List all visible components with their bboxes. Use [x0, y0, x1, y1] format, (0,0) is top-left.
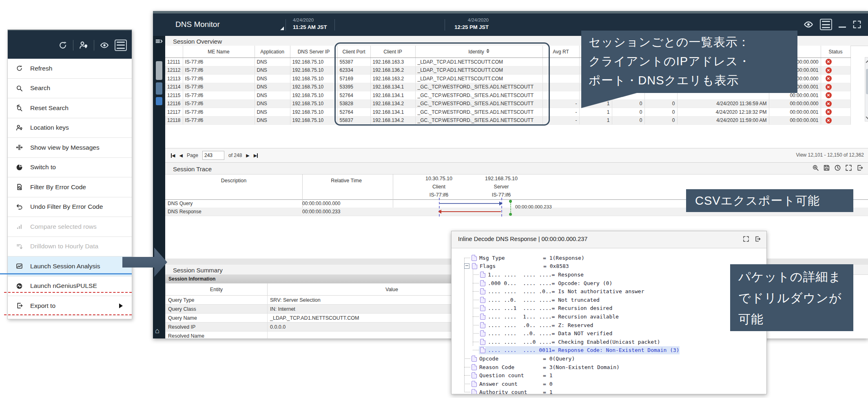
menu-item-show-view-by-messages[interactable]: Show view by Messages	[8, 138, 132, 158]
table-row[interactable]: 12117IS-77:if6DNS192.168.75.1052764192.1…	[165, 108, 850, 117]
sidebar-expand-icon[interactable]	[155, 38, 163, 46]
column-header-ME Name[interactable]: ME Name	[183, 46, 255, 58]
scroll-down-icon[interactable]	[866, 114, 868, 121]
export-icon[interactable]	[754, 236, 761, 242]
menu-icon[interactable]	[115, 40, 127, 51]
decode-row[interactable]: .... .... .... 0011= Response Code: Non-…	[452, 346, 766, 355]
sort-icon[interactable]	[486, 49, 489, 53]
menu-item-search[interactable]: Search	[8, 79, 132, 99]
table-row[interactable]: 12118IS-77:if6DNS192.168.75.1055837192.1…	[165, 116, 850, 125]
cell: 192.168.75.10	[290, 66, 337, 75]
menu-item-undo-filter-by-error-code[interactable]: Undo Filter By Error Code	[8, 197, 132, 217]
decode-row[interactable]: .... .... ...0 ....= Checking Enabled(Un…	[452, 338, 766, 346]
decode-label: Flags	[480, 263, 543, 269]
decode-row[interactable]: Reason Code= 3(Non-Existent Domain)	[452, 363, 766, 371]
trace-toolbar	[812, 164, 863, 171]
eye-icon[interactable]	[100, 41, 109, 50]
eye-icon[interactable]	[804, 20, 813, 29]
cell	[542, 66, 579, 75]
field-icon	[480, 288, 485, 294]
column-header-Application[interactable]: Application	[255, 46, 290, 58]
rail-scroll-segment[interactable]	[156, 61, 162, 80]
decode-row[interactable]: Opcode= 0(Query)	[452, 354, 766, 363]
col-entity[interactable]: Entity	[166, 283, 268, 296]
save-icon[interactable]	[823, 164, 830, 171]
column-header-DNS Server IP[interactable]: DNS Server IP	[290, 46, 337, 58]
decode-row[interactable]: Answer count= 0	[452, 380, 766, 388]
decode-row[interactable]: .... .... .0.. ....= Z: Reserved	[452, 321, 766, 329]
table-scrollbar[interactable]	[865, 57, 868, 122]
menu-item-filter-by-error-code[interactable]: Filter By Error Code	[8, 177, 132, 197]
export-icon[interactable]	[856, 164, 863, 171]
expand-icon[interactable]	[743, 236, 749, 242]
column-header-Avg RT[interactable]: Avg RT	[542, 46, 579, 58]
cell: _GC._TCP.WESTFORD._SITES.AD1.NETTSCOUTT	[415, 100, 542, 108]
decode-row[interactable]: .... .... 1... ....= Recursion available	[452, 312, 766, 321]
user-location-icon[interactable]	[79, 41, 88, 50]
expand-icon[interactable]	[845, 164, 852, 171]
menu-item-switch-to[interactable]: Switch to	[8, 158, 132, 178]
first-page-button[interactable]: ◀	[171, 153, 175, 158]
menu-item-refresh[interactable]: Refresh	[8, 59, 132, 79]
decode-row[interactable]: Msg Type= 1(Response)	[452, 254, 766, 262]
title-caret-icon[interactable]	[280, 27, 284, 30]
scrollbar-thumb[interactable]	[866, 69, 868, 94]
cell: 0	[644, 116, 677, 125]
column-header-Client IP[interactable]: Client IP	[370, 46, 415, 58]
export-icon	[16, 302, 23, 309]
cell: 4/24/2020 12:18:32 PM	[677, 108, 769, 117]
error-status-icon: ✕	[826, 84, 832, 90]
decode-row[interactable]: Flags= 0x8583	[452, 262, 766, 271]
cell: 192.168.75.10	[290, 58, 337, 66]
decode-row[interactable]: Authority count= 1	[452, 388, 766, 394]
cell: 12112	[165, 66, 183, 75]
menu-icon[interactable]	[820, 19, 832, 30]
cell: -	[542, 116, 579, 125]
time-range-end[interactable]: 4/24/2020 12:25 PM JST	[452, 17, 489, 31]
decode-row[interactable]: Question count= 1	[452, 371, 766, 380]
menu-item-location-keys[interactable]: Location keys	[8, 118, 132, 138]
expand-icon[interactable]	[852, 20, 861, 29]
decode-row[interactable]: 1... .... .... ....= Response	[452, 270, 766, 279]
tree-connector	[473, 308, 479, 308]
next-page-button[interactable]: ▶	[246, 153, 249, 158]
field-icon	[480, 314, 485, 320]
last-page-button[interactable]: ▶	[254, 153, 258, 158]
menu-item-drilldown-to-hourly-data: Drilldown to Hourly Data	[8, 237, 132, 257]
cell: IS-77:if6	[183, 91, 255, 100]
switch-to-icon	[16, 164, 23, 171]
decode-row[interactable]: .... .... ..0. ....= Data NOT verified	[452, 329, 766, 338]
decode-value: = Not truncated	[552, 297, 600, 303]
clock-icon[interactable]	[834, 164, 841, 171]
refresh-icon[interactable]	[58, 41, 67, 50]
table-row[interactable]: 12116IS-77:if6DNS192.168.75.1053828192.1…	[165, 100, 850, 108]
cell: 55837	[337, 116, 370, 125]
decode-row[interactable]: .000 0... .... ....= Opcode: Query (0)	[452, 279, 766, 287]
scroll-up-icon[interactable]	[866, 59, 868, 66]
menu-item-launch-ngeniuspulse[interactable]: Launch nGeniusPULSE	[8, 276, 132, 296]
page-input[interactable]	[202, 151, 224, 160]
inline-decode-panel: Inline Decode DNS Response | 00:00:00.00…	[451, 231, 767, 394]
menu-item-export-to[interactable]: Export to	[8, 296, 132, 316]
column-header-Identity[interactable]: Identity	[415, 46, 542, 58]
rail-scroll-segment[interactable]	[156, 82, 162, 95]
home-icon[interactable]: ⌂	[155, 327, 159, 335]
decode-row[interactable]: .... .... .... .0..= Is Not authoritativ…	[452, 287, 766, 296]
column-header-blank[interactable]	[165, 46, 183, 58]
zoom-icon[interactable]	[812, 164, 819, 171]
prev-page-button[interactable]: ◀	[179, 153, 182, 158]
decode-panel-header[interactable]: Inline Decode DNS Response | 00:00:00.00…	[452, 231, 766, 248]
collapse-icon[interactable]	[464, 263, 469, 269]
rail-scroll-segment[interactable]	[156, 97, 162, 105]
menu-item-reset-search[interactable]: Reset Search	[8, 98, 132, 118]
time-range-start[interactable]: 4/24/2020 11:25 AM JST	[293, 17, 327, 31]
column-header-Status[interactable]: Status	[821, 46, 850, 58]
column-header-Client Port[interactable]: Client Port	[337, 46, 370, 58]
decode-row[interactable]: .... ..0. .... ....= Not truncated	[452, 296, 766, 304]
field-icon	[472, 255, 477, 261]
cell	[542, 91, 579, 100]
trace-client-endpoint: 10.30.75.10 Client IS-77:if6	[425, 175, 452, 199]
annotation-session-list: セッションごとの一覧表示： クライアントのIPアドレス・ ポート・DNSクエリも…	[581, 31, 797, 93]
minimize-icon[interactable]	[839, 27, 846, 28]
decode-row[interactable]: .... ...1 .... ....= Recursion desired	[452, 304, 766, 313]
